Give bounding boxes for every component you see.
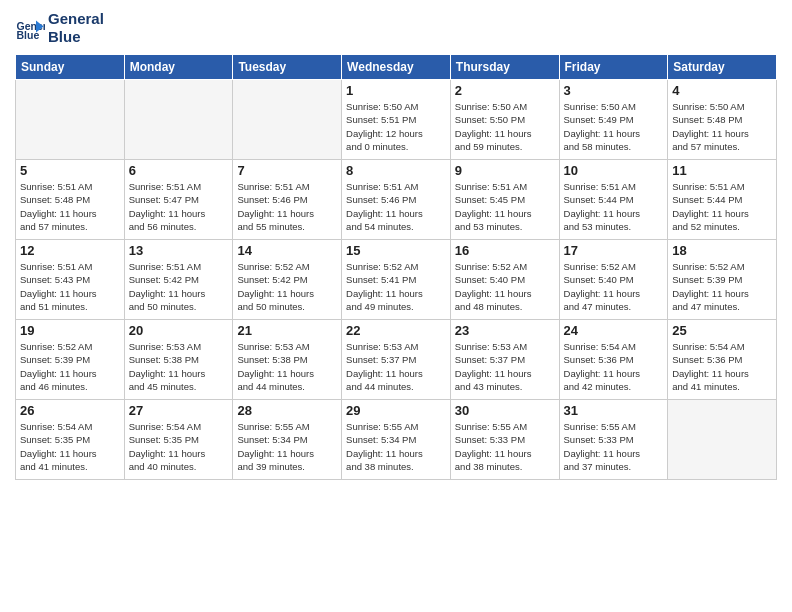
day-info: Sunrise: 5:52 AMSunset: 5:42 PMDaylight:…	[237, 260, 337, 313]
day-info: Sunrise: 5:55 AMSunset: 5:34 PMDaylight:…	[346, 420, 446, 473]
calendar-cell: 6Sunrise: 5:51 AMSunset: 5:47 PMDaylight…	[124, 160, 233, 240]
day-number: 14	[237, 243, 337, 258]
week-row-5: 26Sunrise: 5:54 AMSunset: 5:35 PMDayligh…	[16, 400, 777, 480]
day-info: Sunrise: 5:50 AMSunset: 5:49 PMDaylight:…	[564, 100, 664, 153]
calendar-cell: 7Sunrise: 5:51 AMSunset: 5:46 PMDaylight…	[233, 160, 342, 240]
day-number: 22	[346, 323, 446, 338]
day-number: 18	[672, 243, 772, 258]
day-info: Sunrise: 5:51 AMSunset: 5:43 PMDaylight:…	[20, 260, 120, 313]
day-number: 13	[129, 243, 229, 258]
day-number: 10	[564, 163, 664, 178]
day-info: Sunrise: 5:51 AMSunset: 5:48 PMDaylight:…	[20, 180, 120, 233]
header: General Blue General Blue	[15, 10, 777, 46]
calendar-cell: 1Sunrise: 5:50 AMSunset: 5:51 PMDaylight…	[342, 80, 451, 160]
logo: General Blue General Blue	[15, 10, 104, 46]
day-number: 21	[237, 323, 337, 338]
day-number: 20	[129, 323, 229, 338]
calendar-cell	[233, 80, 342, 160]
week-row-3: 12Sunrise: 5:51 AMSunset: 5:43 PMDayligh…	[16, 240, 777, 320]
day-number: 24	[564, 323, 664, 338]
weekday-friday: Friday	[559, 55, 668, 80]
calendar-cell: 3Sunrise: 5:50 AMSunset: 5:49 PMDaylight…	[559, 80, 668, 160]
day-number: 31	[564, 403, 664, 418]
weekday-saturday: Saturday	[668, 55, 777, 80]
svg-text:Blue: Blue	[17, 29, 40, 41]
logo-text: General Blue	[48, 10, 104, 46]
calendar-cell: 12Sunrise: 5:51 AMSunset: 5:43 PMDayligh…	[16, 240, 125, 320]
day-info: Sunrise: 5:51 AMSunset: 5:42 PMDaylight:…	[129, 260, 229, 313]
weekday-wednesday: Wednesday	[342, 55, 451, 80]
day-info: Sunrise: 5:51 AMSunset: 5:47 PMDaylight:…	[129, 180, 229, 233]
day-info: Sunrise: 5:53 AMSunset: 5:37 PMDaylight:…	[455, 340, 555, 393]
day-number: 4	[672, 83, 772, 98]
calendar-cell: 26Sunrise: 5:54 AMSunset: 5:35 PMDayligh…	[16, 400, 125, 480]
day-number: 7	[237, 163, 337, 178]
weekday-thursday: Thursday	[450, 55, 559, 80]
calendar-cell: 15Sunrise: 5:52 AMSunset: 5:41 PMDayligh…	[342, 240, 451, 320]
day-info: Sunrise: 5:54 AMSunset: 5:35 PMDaylight:…	[20, 420, 120, 473]
day-number: 25	[672, 323, 772, 338]
day-number: 8	[346, 163, 446, 178]
calendar-cell: 14Sunrise: 5:52 AMSunset: 5:42 PMDayligh…	[233, 240, 342, 320]
day-number: 26	[20, 403, 120, 418]
page: General Blue General Blue SundayMondayTu…	[0, 0, 792, 612]
calendar-cell: 29Sunrise: 5:55 AMSunset: 5:34 PMDayligh…	[342, 400, 451, 480]
day-number: 5	[20, 163, 120, 178]
calendar: SundayMondayTuesdayWednesdayThursdayFrid…	[15, 54, 777, 480]
calendar-cell: 18Sunrise: 5:52 AMSunset: 5:39 PMDayligh…	[668, 240, 777, 320]
day-number: 30	[455, 403, 555, 418]
day-info: Sunrise: 5:54 AMSunset: 5:36 PMDaylight:…	[672, 340, 772, 393]
day-number: 12	[20, 243, 120, 258]
day-number: 11	[672, 163, 772, 178]
day-info: Sunrise: 5:51 AMSunset: 5:44 PMDaylight:…	[564, 180, 664, 233]
calendar-cell: 10Sunrise: 5:51 AMSunset: 5:44 PMDayligh…	[559, 160, 668, 240]
day-info: Sunrise: 5:50 AMSunset: 5:51 PMDaylight:…	[346, 100, 446, 153]
day-number: 17	[564, 243, 664, 258]
calendar-cell: 13Sunrise: 5:51 AMSunset: 5:42 PMDayligh…	[124, 240, 233, 320]
day-info: Sunrise: 5:52 AMSunset: 5:41 PMDaylight:…	[346, 260, 446, 313]
day-info: Sunrise: 5:55 AMSunset: 5:33 PMDaylight:…	[564, 420, 664, 473]
week-row-2: 5Sunrise: 5:51 AMSunset: 5:48 PMDaylight…	[16, 160, 777, 240]
day-info: Sunrise: 5:54 AMSunset: 5:35 PMDaylight:…	[129, 420, 229, 473]
day-number: 2	[455, 83, 555, 98]
weekday-monday: Monday	[124, 55, 233, 80]
day-info: Sunrise: 5:55 AMSunset: 5:33 PMDaylight:…	[455, 420, 555, 473]
calendar-cell: 22Sunrise: 5:53 AMSunset: 5:37 PMDayligh…	[342, 320, 451, 400]
calendar-cell: 23Sunrise: 5:53 AMSunset: 5:37 PMDayligh…	[450, 320, 559, 400]
logo-icon: General Blue	[15, 13, 45, 43]
calendar-cell: 19Sunrise: 5:52 AMSunset: 5:39 PMDayligh…	[16, 320, 125, 400]
day-info: Sunrise: 5:50 AMSunset: 5:48 PMDaylight:…	[672, 100, 772, 153]
calendar-cell	[668, 400, 777, 480]
day-info: Sunrise: 5:52 AMSunset: 5:39 PMDaylight:…	[672, 260, 772, 313]
calendar-cell: 9Sunrise: 5:51 AMSunset: 5:45 PMDaylight…	[450, 160, 559, 240]
day-info: Sunrise: 5:52 AMSunset: 5:39 PMDaylight:…	[20, 340, 120, 393]
calendar-cell: 8Sunrise: 5:51 AMSunset: 5:46 PMDaylight…	[342, 160, 451, 240]
calendar-cell: 27Sunrise: 5:54 AMSunset: 5:35 PMDayligh…	[124, 400, 233, 480]
day-info: Sunrise: 5:52 AMSunset: 5:40 PMDaylight:…	[455, 260, 555, 313]
calendar-cell	[124, 80, 233, 160]
calendar-cell: 21Sunrise: 5:53 AMSunset: 5:38 PMDayligh…	[233, 320, 342, 400]
day-number: 23	[455, 323, 555, 338]
day-info: Sunrise: 5:54 AMSunset: 5:36 PMDaylight:…	[564, 340, 664, 393]
week-row-4: 19Sunrise: 5:52 AMSunset: 5:39 PMDayligh…	[16, 320, 777, 400]
day-number: 6	[129, 163, 229, 178]
calendar-cell: 11Sunrise: 5:51 AMSunset: 5:44 PMDayligh…	[668, 160, 777, 240]
day-info: Sunrise: 5:50 AMSunset: 5:50 PMDaylight:…	[455, 100, 555, 153]
day-info: Sunrise: 5:53 AMSunset: 5:37 PMDaylight:…	[346, 340, 446, 393]
day-number: 16	[455, 243, 555, 258]
day-info: Sunrise: 5:53 AMSunset: 5:38 PMDaylight:…	[129, 340, 229, 393]
day-info: Sunrise: 5:51 AMSunset: 5:44 PMDaylight:…	[672, 180, 772, 233]
weekday-header-row: SundayMondayTuesdayWednesdayThursdayFrid…	[16, 55, 777, 80]
calendar-cell: 17Sunrise: 5:52 AMSunset: 5:40 PMDayligh…	[559, 240, 668, 320]
calendar-cell: 30Sunrise: 5:55 AMSunset: 5:33 PMDayligh…	[450, 400, 559, 480]
day-number: 15	[346, 243, 446, 258]
calendar-cell: 5Sunrise: 5:51 AMSunset: 5:48 PMDaylight…	[16, 160, 125, 240]
day-number: 28	[237, 403, 337, 418]
day-number: 19	[20, 323, 120, 338]
calendar-cell: 28Sunrise: 5:55 AMSunset: 5:34 PMDayligh…	[233, 400, 342, 480]
day-info: Sunrise: 5:53 AMSunset: 5:38 PMDaylight:…	[237, 340, 337, 393]
day-info: Sunrise: 5:51 AMSunset: 5:45 PMDaylight:…	[455, 180, 555, 233]
day-info: Sunrise: 5:51 AMSunset: 5:46 PMDaylight:…	[237, 180, 337, 233]
week-row-1: 1Sunrise: 5:50 AMSunset: 5:51 PMDaylight…	[16, 80, 777, 160]
day-info: Sunrise: 5:55 AMSunset: 5:34 PMDaylight:…	[237, 420, 337, 473]
